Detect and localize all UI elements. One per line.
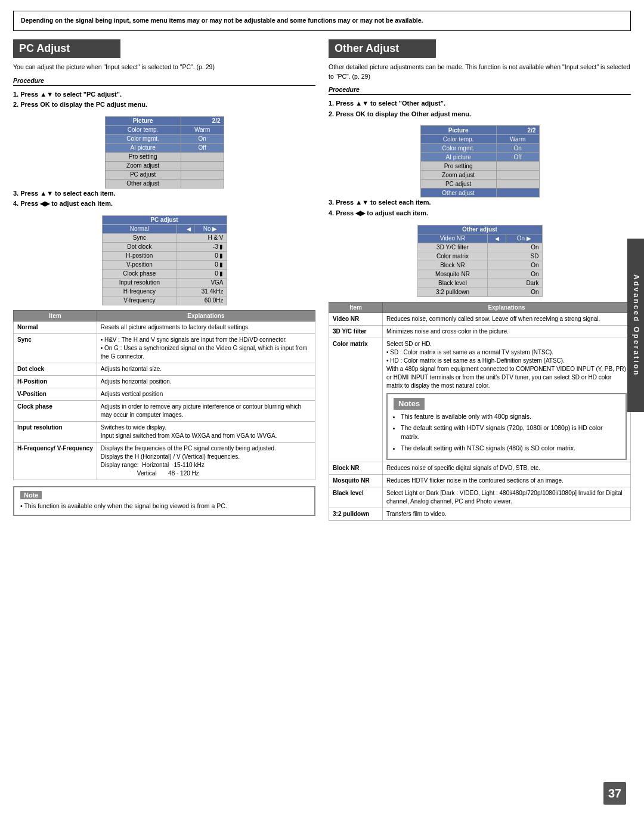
other-step-4: 4. Press ◀▶ to adjust each item. bbox=[329, 208, 631, 219]
pc-procedure-label: Procedure bbox=[13, 77, 315, 86]
other-menu2-row-3dycfilter: 3D Y/C filterOn bbox=[417, 243, 542, 252]
other-menu2-row-videonr: Video NR ◀ On ▶ bbox=[417, 234, 542, 243]
pc-menu2-row-clockphase: Clock phase0 ▮ bbox=[102, 269, 227, 278]
pc-menu2-row-dotclock: Dot clock-3 ▮ bbox=[102, 242, 227, 251]
pc-menu2-row-inputres: Input resolutionVGA bbox=[102, 278, 227, 287]
pc-menu1-row-aipicture: AI pictureOff bbox=[105, 143, 224, 152]
pc-step-2: 2. Press OK to display the PC adjust men… bbox=[13, 100, 315, 110]
pc-menu2-row-vposition: V-position0 ▮ bbox=[102, 260, 227, 269]
other-menu1: Picture 2/2 Color temp.Warm Color mgmt.O… bbox=[329, 125, 631, 197]
pc-expl-row-dotclock: Dot clock Adjusts horizontal size. bbox=[14, 363, 315, 375]
pc-expl-row-inputresolution: Input resolution Switches to wide displa… bbox=[14, 421, 315, 442]
other-step-1: 1. Press ▲▼ to select "Other adjust". bbox=[329, 98, 631, 109]
page-number: 37 bbox=[603, 782, 626, 805]
other-menu1-row-aipicture: AI pictureOff bbox=[420, 153, 539, 162]
pc-adjust-section: PC Adjust You can adjust the picture whe… bbox=[13, 39, 315, 521]
pc-expl-row-clockphase: Clock phase Adjusts in order to remove a… bbox=[14, 400, 315, 421]
other-menu2-row-blocknr: Block NROn bbox=[417, 261, 542, 270]
pc-expl-col-item: Item bbox=[14, 310, 97, 321]
other-expl-row-blocknr: Block NR Reduces noise of specific digit… bbox=[329, 462, 631, 474]
other-adjust-title: Other Adjust bbox=[329, 39, 436, 58]
pc-menu1-table: Picture 2/2 Color temp.Warm Color mgmt.O… bbox=[105, 116, 224, 188]
notes-title: Notes bbox=[394, 398, 425, 410]
pc-steps-3-4: 3. Press ▲▼ to select each item. 4. Pres… bbox=[13, 188, 315, 209]
other-expl-col-item: Item bbox=[329, 302, 383, 313]
other-expl-col-explanations: Explanations bbox=[383, 302, 631, 313]
pc-expl-header: Item Explanations bbox=[14, 310, 315, 321]
other-expl-row-videonr: Video NR Reduces noise, commonly called … bbox=[329, 313, 631, 325]
other-menu2: Other adjust Video NR ◀ On ▶ 3D Y/C filt… bbox=[329, 225, 631, 297]
other-expl-row-colormatrix: Color matrix Select SD or HD. • SD : Col… bbox=[329, 338, 631, 462]
pc-menu1-row-colormgmt: Color mgmt.On bbox=[105, 134, 224, 143]
other-adjust-description: Other detailed picture adjustments can b… bbox=[329, 63, 631, 82]
pc-steps-1-2: 1. Press ▲▼ to select "PC adjust". 2. Pr… bbox=[13, 89, 315, 110]
pc-expl-row-normal: Normal Resets all picture adjustments to… bbox=[14, 321, 315, 333]
pc-menu1-row-prosetting: Pro setting bbox=[105, 152, 224, 161]
notes-item-2: The default setting with HDTV signals (7… bbox=[401, 423, 620, 443]
pc-note-text: • This function is available only when t… bbox=[20, 502, 308, 511]
other-explanations-table: Item Explanations Video NR Reduces noise… bbox=[329, 302, 631, 521]
other-menu1-row-zoomadjust: Zoom adjust bbox=[420, 171, 539, 180]
pc-adjust-description: You can adjust the picture when "Input s… bbox=[13, 63, 315, 72]
other-menu1-header-row: Picture 2/2 bbox=[420, 126, 539, 135]
top-notice-text: Depending on the signal being input, som… bbox=[21, 17, 423, 24]
pc-menu2-row-hposition: H-position0 ▮ bbox=[102, 251, 227, 260]
other-steps-3-4: 3. Press ▲▼ to select each item. 4. Pres… bbox=[329, 197, 631, 218]
pc-menu2-row-hfreq: H-frequency31.4kHz bbox=[102, 287, 227, 296]
other-menu2-row-mosquitonr: Mosquito NROn bbox=[417, 270, 542, 279]
other-menu1-row-colortemp: Color temp.Warm bbox=[420, 135, 539, 144]
other-menu1-table: Picture 2/2 Color temp.Warm Color mgmt.O… bbox=[420, 125, 540, 197]
pc-step-3: 3. Press ▲▼ to select each item. bbox=[13, 188, 315, 199]
other-expl-row-3dycfilter: 3D Y/C filter Minimizes noise and cross-… bbox=[329, 325, 631, 338]
other-menu2-table: Other adjust Video NR ◀ On ▶ 3D Y/C filt… bbox=[417, 225, 543, 297]
other-expl-row-32pulldown: 3:2 pulldown Transfers film to video. bbox=[329, 508, 631, 520]
other-menu1-row-otheradjust: Other adjust bbox=[420, 188, 539, 197]
pc-expl-row-vposition: V-Position Adjusts vertical position bbox=[14, 388, 315, 400]
pc-menu2-row-normal: Normal ◀ No ▶ bbox=[102, 224, 227, 233]
other-expl-row-blacklevel: Black level Select Light or Dark [Dark :… bbox=[329, 487, 631, 508]
pc-explanations-table: Item Explanations Normal Resets all pict… bbox=[13, 310, 315, 480]
pc-menu1-row-pcadjust: PC adjust bbox=[105, 170, 224, 179]
pc-note-box: Note • This function is available only w… bbox=[13, 486, 315, 516]
pc-expl-row-sync: Sync • H&V : The H and V sync signals ar… bbox=[14, 333, 315, 363]
pc-menu1-row-zoomadjust: Zoom adjust bbox=[105, 161, 224, 170]
pc-menu2-row-vfreq: V-frequency60.0Hz bbox=[102, 296, 227, 305]
notes-list: This feature is available only with 480p… bbox=[401, 412, 620, 453]
pc-menu1-row-otheradjust: Other adjust bbox=[105, 179, 224, 188]
other-menu1-row-colormgmt: Color mgmt.On bbox=[420, 144, 539, 153]
other-menu2-row-colormatrix: Color matrixSD bbox=[417, 252, 542, 261]
pc-menu1-header-label: Picture bbox=[105, 116, 181, 125]
pc-expl-col-explanations: Explanations bbox=[97, 310, 315, 321]
notes-box: Notes This feature is available only wit… bbox=[386, 393, 627, 460]
pc-menu2-header-label: PC adjust bbox=[102, 215, 227, 224]
pc-menu2-header-row: PC adjust bbox=[102, 215, 227, 224]
pc-adjust-title: PC Adjust bbox=[13, 39, 120, 58]
pc-expl-row-hposition: H-Position Adjusts horizontal position. bbox=[14, 375, 315, 388]
advanced-operation-label: Advanced Operation bbox=[627, 239, 644, 412]
other-step-3: 3. Press ▲▼ to select each item. bbox=[329, 197, 631, 208]
pc-menu1-row-colortemp: Color temp.Warm bbox=[105, 125, 224, 134]
pc-expl-row-frequencies: H-Frequency/ V-Frequency Displays the fr… bbox=[14, 442, 315, 480]
other-menu2-row-32pulldown: 3:2 pulldownOn bbox=[417, 288, 542, 296]
other-step-2: 2. Press OK to display the Other adjust … bbox=[329, 109, 631, 120]
notes-item-3: The default setting with NTSC signals (4… bbox=[401, 444, 620, 453]
pc-note-title: Note bbox=[20, 491, 42, 499]
pc-step-1: 1. Press ▲▼ to select "PC adjust". bbox=[13, 89, 315, 100]
other-expl-row-mosquitonr: Mosquito NR Reduces HDTV flicker noise i… bbox=[329, 474, 631, 487]
notes-item-1: This feature is available only with 480p… bbox=[401, 412, 620, 422]
other-menu2-header-row: Other adjust bbox=[417, 225, 542, 234]
main-content: PC Adjust You can adjust the picture whe… bbox=[13, 39, 631, 521]
pc-menu1-header-page: 2/2 bbox=[181, 116, 224, 125]
pc-menu1-header-row: Picture 2/2 bbox=[105, 116, 224, 125]
pc-menu2-table: PC adjust Normal ◀ No ▶ SyncH & V Dot cl… bbox=[102, 215, 227, 305]
other-menu1-row-pcadjust: PC adjust bbox=[420, 180, 539, 188]
other-expl-header: Item Explanations bbox=[329, 302, 631, 313]
pc-menu2-row-sync: SyncH & V bbox=[102, 233, 227, 242]
other-procedure-label: Procedure bbox=[329, 86, 631, 95]
pc-menu2: PC adjust Normal ◀ No ▶ SyncH & V Dot cl… bbox=[13, 215, 315, 305]
other-steps-1-2: 1. Press ▲▼ to select "Other adjust". 2.… bbox=[329, 98, 631, 119]
other-adjust-section: Other Adjust Other detailed picture adju… bbox=[329, 39, 631, 521]
other-menu2-row-blacklevel: Black levelDark bbox=[417, 279, 542, 288]
pc-step-4: 4. Press ◀▶ to adjust each item. bbox=[13, 199, 315, 209]
pc-menu1: Picture 2/2 Color temp.Warm Color mgmt.O… bbox=[13, 116, 315, 188]
